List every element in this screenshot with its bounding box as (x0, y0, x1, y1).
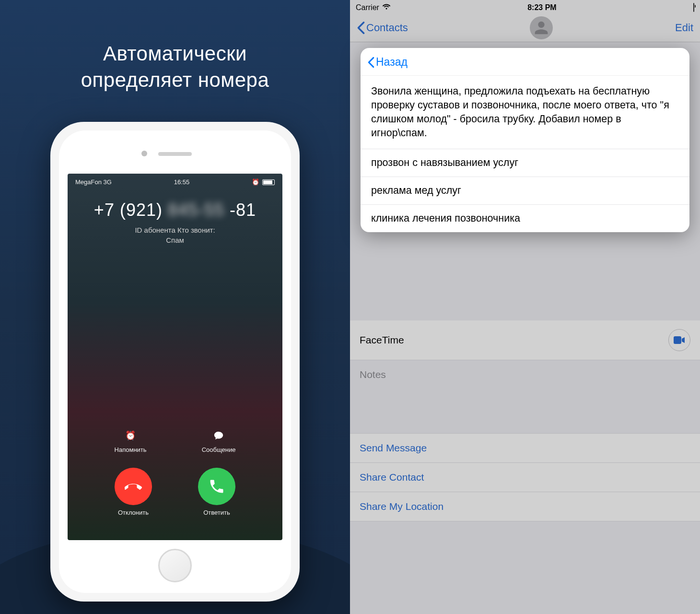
chevron-left-icon (357, 21, 365, 35)
number-blurred: 845-55 (168, 200, 224, 220)
decline-label: Отклонить (118, 509, 149, 516)
facetime-row[interactable]: FaceTime (350, 320, 700, 360)
alarm-icon: ⏰ (252, 178, 259, 186)
popup-tag-1[interactable]: реклама мед услуг (361, 177, 689, 204)
call-status-bar: MegaFon 3G 16:55 ⏰ (68, 174, 282, 186)
wifi-icon (382, 3, 391, 12)
headline-line1: Автоматически (81, 41, 269, 67)
marketing-headline: Автоматически определяет номера (81, 41, 269, 93)
popup-back-button[interactable]: Назад (361, 48, 689, 76)
back-label: Contacts (366, 22, 408, 34)
battery-icon (693, 3, 694, 12)
primary-call-actions: Отклонить Ответить (68, 453, 282, 540)
caller-id-line1: ID абонента Кто звонит: (68, 225, 282, 235)
notes-row[interactable]: Notes (350, 360, 700, 409)
number-prefix: +7 (921) (94, 200, 163, 220)
home-button[interactable] (158, 549, 192, 582)
send-message-row[interactable]: Send Message (350, 433, 700, 463)
answer-button[interactable] (198, 468, 235, 505)
phone-icon (208, 478, 225, 495)
chevron-left-icon (367, 57, 375, 68)
facetime-video-icon[interactable] (668, 329, 690, 351)
caller-info-popup: Назад Звонила женщина, предложила подъех… (361, 48, 689, 232)
battery-icon (262, 179, 275, 185)
navigation-bar: Contacts Edit (350, 13, 700, 42)
person-silhouette-icon (532, 18, 551, 37)
caller-id-label: ID абонента Кто звонит: Спам (68, 225, 282, 245)
message-action[interactable]: Сообщение (202, 429, 236, 453)
message-label: Сообщение (202, 446, 236, 453)
popup-tag-0[interactable]: прозвон с навязыванием услуг (361, 149, 689, 177)
decline-button[interactable] (115, 468, 152, 505)
incoming-call-screen: MegaFon 3G 16:55 ⏰ +7 (921) 845-55 -81 I… (68, 174, 282, 540)
facetime-label: FaceTime (360, 334, 404, 346)
device-inner: MegaFon 3G 16:55 ⏰ +7 (921) 845-55 -81 I… (59, 130, 291, 593)
decline-action[interactable]: Отклонить (115, 468, 152, 516)
ios-contact-screen: Carrier 8:23 PM Contacts Edit FaceTime (350, 0, 700, 614)
message-bubble-icon (212, 429, 225, 442)
carrier-label: MegaFon 3G (75, 178, 112, 186)
share-contact-row[interactable]: Share Contact (350, 463, 700, 492)
back-to-contacts[interactable]: Contacts (357, 21, 408, 35)
status-left: Carrier (356, 3, 391, 12)
popup-tag-2[interactable]: клиника лечения позвоночника (361, 204, 689, 232)
speaker-grille (158, 152, 192, 156)
iphone-device-frame: MegaFon 3G 16:55 ⏰ +7 (921) 845-55 -81 I… (50, 122, 300, 602)
headline-line2: определяет номера (81, 67, 269, 94)
remind-label: Напомнить (115, 446, 147, 453)
carrier-text: Carrier (356, 3, 379, 12)
status-time: 16:55 (174, 178, 190, 186)
status-right: ⏰ (252, 178, 275, 186)
status-time: 8:23 PM (527, 3, 556, 12)
secondary-call-actions: ⏰ Напомнить Сообщение (68, 429, 282, 453)
contact-avatar (530, 16, 553, 39)
share-location-label: Share My Location (360, 501, 443, 512)
notes-label: Notes (360, 369, 386, 380)
popup-review-text: Звонила женщина, предложила подъехать на… (361, 76, 689, 149)
send-message-label: Send Message (360, 442, 427, 454)
popup-back-label: Назад (376, 56, 408, 69)
alarm-clock-icon: ⏰ (124, 429, 137, 442)
answer-label: Ответить (203, 509, 230, 516)
ios-status-bar: Carrier 8:23 PM (350, 0, 700, 13)
share-contact-label: Share Contact (360, 472, 424, 483)
phone-down-icon (125, 478, 142, 495)
front-camera (141, 151, 147, 156)
status-right (693, 3, 694, 12)
svg-rect-0 (674, 336, 681, 344)
edit-button[interactable]: Edit (675, 22, 693, 34)
caller-id-line2: Спам (68, 235, 282, 245)
answer-action[interactable]: Ответить (198, 468, 235, 516)
incoming-phone-number: +7 (921) 845-55 -81 (68, 200, 282, 220)
appstore-screenshot-left: Автоматически определяет номера MegaFon … (0, 0, 350, 614)
spacer (350, 409, 700, 433)
number-suffix: -81 (230, 200, 256, 220)
remind-me-action[interactable]: ⏰ Напомнить (115, 429, 147, 453)
share-location-row[interactable]: Share My Location (350, 492, 700, 521)
